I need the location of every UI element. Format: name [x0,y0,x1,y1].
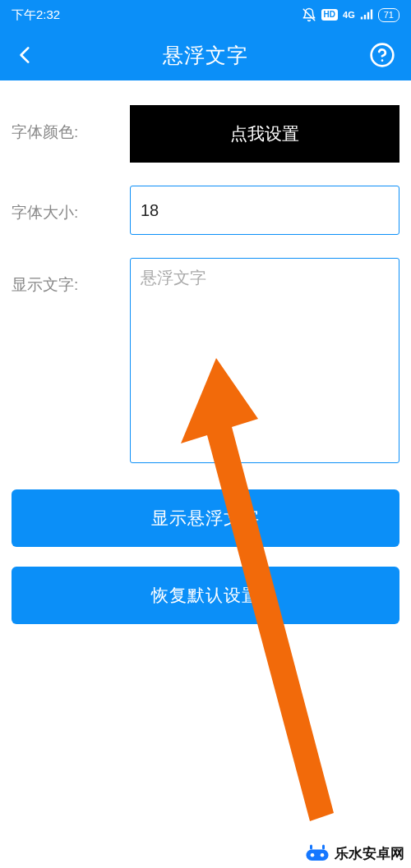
font-size-label: 字体大小: [12,186,130,223]
status-bar: 下午2:32 HD 4G 71 [0,0,411,30]
display-text-input[interactable] [130,258,399,463]
svg-point-6 [321,853,325,857]
battery-icon: 71 [378,8,399,22]
hd-badge: HD [321,9,338,21]
signal-icon [360,9,373,21]
svg-rect-8 [322,845,325,850]
font-size-input[interactable] [130,186,399,235]
status-time: 下午2:32 [12,7,60,23]
watermark-text: 乐水安卓网 [335,844,404,863]
font-color-label: 字体颜色: [12,105,130,143]
svg-rect-7 [310,845,312,850]
settings-form: 字体颜色: 点我设置 字体大小: 显示文字: [0,80,411,466]
title-bar: 悬浮文字 [0,30,411,80]
action-buttons: 显示悬浮文字 恢复默认设置 [0,489,411,624]
row-font-size: 字体大小: [12,186,399,235]
show-floating-text-button[interactable]: 显示悬浮文字 [12,489,399,547]
network-4g-icon: 4G [343,10,355,20]
gamepad-icon [305,843,330,863]
row-display-text: 显示文字: [12,258,399,466]
help-button[interactable] [362,30,403,80]
row-font-color: 字体颜色: 点我设置 [12,105,399,163]
font-color-button[interactable]: 点我设置 [130,105,399,163]
svg-point-5 [311,853,315,857]
help-circle-icon [369,42,395,68]
restore-defaults-button[interactable]: 恢复默认设置 [12,567,399,624]
back-button[interactable] [5,30,46,80]
display-text-label: 显示文字: [12,258,130,296]
chevron-left-icon [15,44,36,66]
watermark: 乐水安卓网 [305,843,404,863]
page-title: 悬浮文字 [163,42,248,69]
svg-rect-4 [307,850,329,861]
alarm-off-icon [302,7,316,22]
